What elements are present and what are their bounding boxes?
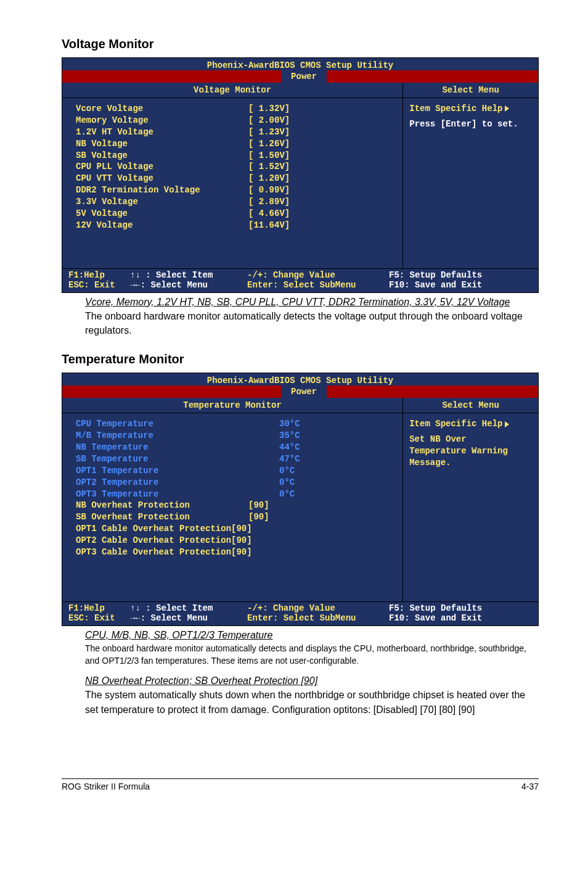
- foot-f1: F1:Help: [68, 270, 130, 280]
- item-value: [ 2.00V]: [248, 115, 290, 126]
- list-item[interactable]: OPT2 Cable Overheat Protection[90]: [76, 535, 395, 547]
- item-label: 1.2V HT Voltage: [76, 126, 248, 138]
- tab-power[interactable]: Power: [281, 70, 327, 83]
- foot-change: -/+: Change Value: [247, 270, 389, 280]
- item-value: 0°C: [279, 489, 295, 500]
- temp-link-2: NB Overheat Protection; SB Overheat Prot…: [85, 675, 539, 687]
- list-item[interactable]: 1.2V HT Voltage[ 1.23V]: [76, 126, 395, 138]
- tab-power-2[interactable]: Power: [281, 386, 327, 398]
- item-value: [ 1.26V]: [248, 138, 290, 150]
- foot-lr: →←: Select Menu: [130, 280, 247, 290]
- bios-tabs: Power: [62, 70, 538, 83]
- bios-tabs-2: Power: [62, 386, 538, 398]
- foot-updown-2: ↑↓ : Select Item: [130, 603, 247, 613]
- list-item[interactable]: Vcore Voltage[ 1.32V]: [76, 103, 395, 115]
- list-item[interactable]: OPT3 Cable Overheat Protection[90]: [76, 547, 395, 558]
- list-item[interactable]: DDR2 Termination Voltage[ 0.99V]: [76, 184, 395, 196]
- help-box: Item Specific Help Press [Enter] to set.: [403, 98, 538, 135]
- item-label: NB Temperature: [76, 442, 279, 453]
- item-value: [ 0.99V]: [248, 184, 290, 196]
- item-value: 44°C: [279, 442, 300, 453]
- item-label: OPT3 Temperature: [76, 489, 279, 500]
- list-item[interactable]: 12V Voltage[11.64V]: [76, 220, 395, 231]
- item-label: NB Overheat Protection: [76, 500, 248, 511]
- foot-f1-2: F1:Help: [68, 603, 130, 613]
- item-label: OPT1 Temperature: [76, 465, 279, 477]
- item-label: OPT2 Temperature: [76, 477, 279, 489]
- temp-subtitle: Temperature Monitor: [62, 398, 402, 413]
- item-label: 5V Voltage: [76, 208, 248, 220]
- item-label: SB Overheat Protection: [76, 511, 248, 523]
- footer-left: ROG Striker II Formula: [62, 782, 150, 791]
- page-footer: ROG Striker II Formula 4-37: [62, 778, 539, 791]
- list-item[interactable]: 5V Voltage[ 4.66V]: [76, 208, 395, 220]
- temp-link-1: CPU, M/B, NB, SB, OPT1/2/3 Temperature: [85, 630, 539, 641]
- item-value: [ 1.52V]: [248, 161, 290, 173]
- foot-f10-2: F10: Save and Exit: [389, 613, 534, 623]
- list-item[interactable]: OPT1 Cable Overheat Protection[90]: [76, 523, 395, 535]
- temp-body-1: The onboard hardware monitor automatical…: [85, 642, 539, 667]
- item-label: OPT1 Cable Overheat Protection[90]: [76, 523, 248, 535]
- item-value: 35°C: [279, 430, 300, 442]
- voltage-link: Vcore, Memory, 1.2V HT, NB, SB, CPU PLL,…: [85, 297, 539, 308]
- help-l1: Set NB Over: [409, 434, 532, 445]
- item-label: CPU PLL Voltage: [76, 161, 248, 173]
- item-value: [ 2.89V]: [248, 196, 290, 208]
- triangle-icon-2: [505, 421, 509, 427]
- item-value: [ 1.32V]: [248, 103, 290, 115]
- list-item[interactable]: Memory Voltage[ 2.00V]: [76, 115, 395, 126]
- list-item[interactable]: 3.3V Voltage[ 2.89V]: [76, 196, 395, 208]
- list-item: OPT2 Temperature0°C: [76, 477, 395, 489]
- triangle-icon: [505, 105, 509, 112]
- item-value: 47°C: [279, 453, 300, 465]
- list-item[interactable]: NB Voltage[ 1.26V]: [76, 138, 395, 150]
- item-label: SB Temperature: [76, 453, 279, 465]
- item-label: NB Voltage: [76, 138, 248, 150]
- bios-title: Phoenix-AwardBIOS CMOS Setup Utility: [62, 58, 538, 70]
- item-label: SB Voltage: [76, 150, 248, 162]
- item-value: 0°C: [279, 465, 295, 477]
- item-label: OPT2 Cable Overheat Protection[90]: [76, 535, 248, 547]
- temp-body-2: The system automatically shuts down when…: [85, 688, 539, 716]
- item-label: 12V Voltage: [76, 220, 248, 231]
- voltage-bios-table: Phoenix-AwardBIOS CMOS Setup Utility Pow…: [62, 57, 539, 293]
- item-value: [11.64V]: [248, 220, 290, 231]
- list-item: CPU Temperature30°C: [76, 418, 395, 430]
- item-label: Memory Voltage: [76, 115, 248, 126]
- item-value: [ 1.23V]: [248, 126, 290, 138]
- section-voltage-title: Voltage Monitor: [62, 37, 539, 51]
- foot-lr-2: →←: Select Menu: [130, 613, 247, 623]
- item-label: DDR2 Termination Voltage: [76, 184, 248, 196]
- help-header: Item Specific Help: [409, 103, 502, 115]
- foot-enter: Enter: Select SubMenu: [247, 280, 389, 290]
- list-item: NB Temperature44°C: [76, 442, 395, 453]
- item-label: CPU Temperature: [76, 418, 279, 430]
- temp-bios-table: Phoenix-AwardBIOS CMOS Setup Utility Pow…: [62, 373, 539, 626]
- list-item: OPT1 Temperature0°C: [76, 465, 395, 477]
- list-item[interactable]: CPU PLL Voltage[ 1.52V]: [76, 161, 395, 173]
- item-value: [ 1.20V]: [248, 173, 290, 184]
- voltage-rows: Vcore Voltage[ 1.32V]Memory Voltage[ 2.0…: [62, 98, 402, 268]
- help-box-2: Item Specific Help Set NB Over Temperatu…: [403, 413, 538, 474]
- foot-f5-2: F5: Setup Defaults: [389, 603, 534, 613]
- foot-updown: ↑↓ : Select Item: [130, 270, 247, 280]
- voltage-subtitle: Voltage Monitor: [62, 83, 402, 98]
- item-value: 30°C: [279, 418, 300, 430]
- temp-rows: CPU Temperature30°CM/B Temperature35°CNB…: [62, 413, 402, 601]
- list-item[interactable]: SB Voltage[ 1.50V]: [76, 150, 395, 162]
- item-value: [90]: [248, 500, 269, 511]
- item-label: OPT3 Cable Overheat Protection[90]: [76, 547, 248, 558]
- help-l2: Temperature Warning: [409, 445, 532, 457]
- foot-f10: F10: Save and Exit: [389, 280, 534, 290]
- list-item[interactable]: CPU VTT Voltage[ 1.20V]: [76, 173, 395, 184]
- list-item: OPT3 Temperature0°C: [76, 489, 395, 500]
- foot-change-2: -/+: Change Value: [247, 603, 389, 613]
- item-label: CPU VTT Voltage: [76, 173, 248, 184]
- footer-right: 4-37: [521, 782, 539, 791]
- item-value: 0°C: [279, 477, 295, 489]
- item-label: Vcore Voltage: [76, 103, 248, 115]
- list-item[interactable]: SB Overheat Protection[90]: [76, 511, 395, 523]
- list-item: M/B Temperature35°C: [76, 430, 395, 442]
- list-item[interactable]: NB Overheat Protection[90]: [76, 500, 395, 511]
- voltage-body: The onboard hardware monitor automatical…: [85, 309, 539, 337]
